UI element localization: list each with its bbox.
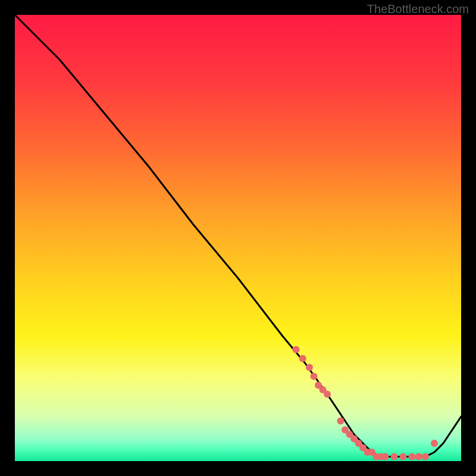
point-highlight-points [431,440,438,447]
point-highlight-points [382,453,389,461]
point-highlight-points [337,418,345,425]
point-highlight-points [409,453,416,461]
point-highlight-points [400,453,407,461]
point-highlight-points [391,453,398,461]
point-highlight-points [415,453,422,461]
chart-svg [15,15,461,461]
point-highlight-points [299,355,306,362]
point-highlight-points [311,373,318,380]
chart-container: TheBottleneck.com [0,0,476,476]
point-highlight-points [422,453,429,461]
point-highlight-points [324,391,331,398]
watermark-text: TheBottleneck.com [367,2,469,16]
point-highlight-points [293,346,300,353]
plot-area [15,15,461,461]
gradient-background [15,15,461,461]
point-highlight-points [306,364,313,371]
